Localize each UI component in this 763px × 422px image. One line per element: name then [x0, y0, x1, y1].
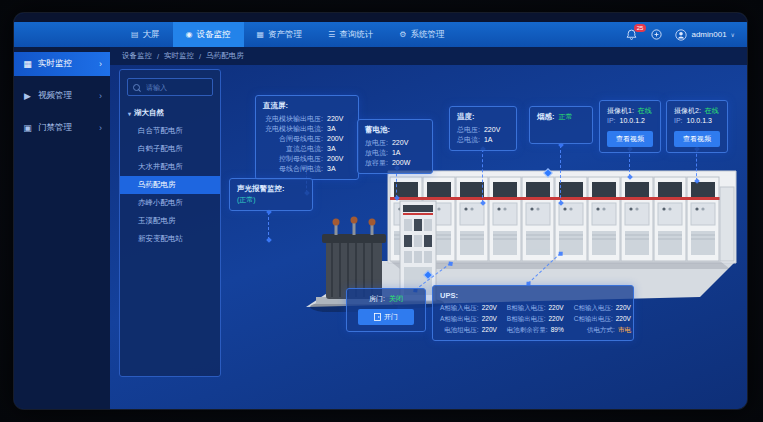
user-menu[interactable]: admin001 ∨: [675, 29, 735, 41]
data-row: 合闸母线电压:200V: [263, 134, 351, 144]
tree-item[interactable]: 大水井配电所: [120, 158, 220, 176]
breadcrumb-item[interactable]: 实时监控: [164, 51, 194, 61]
connector-line: [268, 212, 269, 240]
sidebar-item-video-manage[interactable]: ▶ 视频管理 ›: [14, 84, 110, 108]
row-value: 220V: [482, 314, 497, 324]
top-navbar: ▤ 大屏 ◉ 设备监控 ▦ 资产管理 ☰ 查询统计 ⚙ 系统管理: [14, 22, 747, 47]
panel-title: 温度:: [457, 112, 509, 122]
username: admin001: [691, 30, 726, 39]
row-value: 220V: [549, 314, 564, 324]
row-value: 220V: [482, 303, 497, 313]
smoke-sensor-panel: 烟感:正常: [529, 106, 593, 144]
search-input[interactable]: [144, 83, 207, 92]
alarm-monitor-panel: 声光报警监控: (正常): [229, 178, 313, 211]
row-label: 电池剩余容量:: [507, 325, 548, 335]
row-value: 200V: [327, 134, 351, 144]
data-row: B相输出电压:220V: [507, 314, 564, 324]
data-row: 充电模块输出电流:3A: [263, 124, 351, 134]
breadcrumb-item[interactable]: 乌药配电房: [206, 51, 244, 61]
data-row: 放容量:200W: [365, 158, 425, 168]
data-row: 摄像机2:在线: [674, 106, 720, 116]
ups-grid: A相输入电压:220V B相输入电压:220V C相输入电压:220V A相输出…: [440, 303, 626, 335]
tab-device-monitor[interactable]: ◉ 设备监控: [173, 22, 244, 47]
sidebar-item-label: 实时监控: [38, 58, 72, 70]
connector-line: [482, 149, 483, 203]
data-row: B相输入电压:220V: [507, 303, 564, 313]
tab-label: 设备监控: [197, 29, 231, 41]
breadcrumb-item[interactable]: 设备监控: [122, 51, 152, 61]
row-label: IP:: [674, 116, 683, 126]
data-row: 电池组电压:220V: [440, 325, 497, 335]
row-value: 220V: [549, 303, 564, 313]
button-label: 开门: [384, 312, 398, 322]
row-value: 3A: [327, 124, 351, 134]
dc-screen-panel: 直流屏: 充电模块输出电压:220V 充电模块输出电流:3A 合闸母线电压:20…: [255, 95, 359, 180]
main-canvas: ▾ 湖大自然 白合节配电所 白鹤子配电所 大水井配电所 乌药配电房 赤峰小配电所…: [110, 65, 747, 409]
open-door-button[interactable]: 开门: [358, 309, 414, 325]
row-label: C相输入电压:: [574, 303, 613, 313]
row-value: 220V: [616, 303, 631, 313]
data-row: IP:10.0.1.2: [607, 116, 653, 126]
row-value: 220V: [484, 125, 500, 135]
tab-assets[interactable]: ▦ 资产管理: [244, 22, 316, 47]
view-video-button[interactable]: 查看视频: [607, 131, 653, 147]
data-row: A相输出电压:220V: [440, 314, 497, 324]
row-label: 充电模块输出电流:: [265, 124, 323, 134]
monitor-icon: ◉: [186, 30, 193, 39]
row-value: 220V: [327, 114, 351, 124]
data-row: 烟感:正常: [537, 112, 585, 122]
notification-bell-icon[interactable]: 25: [625, 29, 637, 41]
row-label: 放电压:: [365, 138, 388, 148]
row-label: 供电方式:: [587, 325, 615, 335]
assets-icon: ▦: [257, 30, 265, 39]
tree-item[interactable]: 赤峰小配电所: [120, 194, 220, 212]
tree-item[interactable]: 白鹤子配电所: [120, 140, 220, 158]
sidebar-item-realtime-monitor[interactable]: ▦ 实时监控 ›: [14, 52, 110, 76]
row-label: 合闸母线电压:: [279, 134, 323, 144]
data-row: 摄像机1:在线: [607, 106, 653, 116]
notification-badge: 25: [634, 24, 647, 32]
door-access-icon: ▣: [22, 123, 33, 133]
camera1-panel: 摄像机1:在线 IP:10.0.1.2 查看视频: [599, 100, 661, 153]
temperature-panel: 温度: 总电压:220V 总电流:1A: [449, 106, 517, 151]
view-video-button[interactable]: 查看视频: [674, 131, 720, 147]
left-sidebar: ▦ 实时监控 › ▶ 视频管理 › ▣ 门禁管理 ›: [14, 47, 110, 409]
tree-root-node[interactable]: ▾ 湖大自然: [120, 106, 220, 122]
data-row: C相输出电压:220V: [574, 314, 631, 324]
row-value: 220V: [616, 314, 631, 324]
monitor-grid-icon: ▦: [22, 59, 33, 69]
sidebar-item-access-manage[interactable]: ▣ 门禁管理 ›: [14, 116, 110, 140]
data-row: 充电模块输出电压:220V: [263, 114, 351, 124]
row-label: 控制母线电压:: [279, 154, 323, 164]
connector-line: [629, 149, 630, 177]
tab-dashboard[interactable]: ▤ 大屏: [118, 22, 173, 47]
data-row: A相输入电压:220V: [440, 303, 497, 313]
door-panel: 房门:关闭 开门: [346, 288, 426, 332]
connector-line: [560, 145, 561, 203]
stats-icon: ☰: [328, 30, 335, 39]
tree-item[interactable]: 新安变配电站: [120, 230, 220, 248]
tab-label: 查询统计: [339, 29, 373, 41]
row-value: 1A: [484, 135, 493, 145]
tree-item[interactable]: 玉溪配电房: [120, 212, 220, 230]
row-label: B相输出电压:: [507, 314, 546, 324]
row-label: C相输出电压:: [574, 314, 613, 324]
panel-title: 蓄电池:: [365, 125, 425, 135]
data-row: 房门:关闭: [354, 294, 418, 304]
row-label: IP:: [607, 116, 616, 126]
door-open-icon: [374, 313, 381, 321]
fullscreen-toggle-icon[interactable]: [650, 29, 662, 41]
tree-item-active[interactable]: 乌药配电房: [120, 176, 220, 194]
tab-system[interactable]: ⚙ 系统管理: [386, 22, 457, 47]
data-row: 供电方式:市电: [574, 325, 631, 335]
tab-query-stats[interactable]: ☰ 查询统计: [315, 22, 386, 47]
breadcrumb: 设备监控 / 实时监控 / 乌药配电房: [110, 47, 747, 65]
row-label: 总电流:: [457, 135, 480, 145]
tree-item[interactable]: 白合节配电所: [120, 122, 220, 140]
screenshot-stage: ▤ 大屏 ◉ 设备监控 ▦ 资产管理 ☰ 查询统计 ⚙ 系统管理: [0, 0, 763, 422]
navbar-right-tools: 25 admin001 ∨: [625, 22, 735, 47]
chevron-right-icon: ›: [99, 91, 102, 101]
row-value: 200V: [327, 154, 351, 164]
chevron-down-icon: ∨: [731, 31, 735, 38]
row-label: 放容量:: [365, 158, 388, 168]
